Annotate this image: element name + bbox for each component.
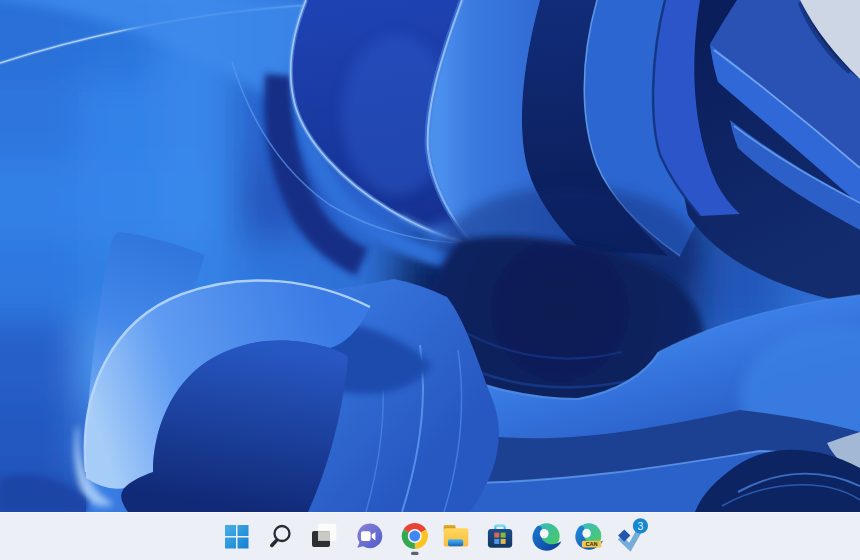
svg-text:3: 3 — [637, 520, 643, 532]
svg-text:CAN: CAN — [586, 541, 598, 547]
